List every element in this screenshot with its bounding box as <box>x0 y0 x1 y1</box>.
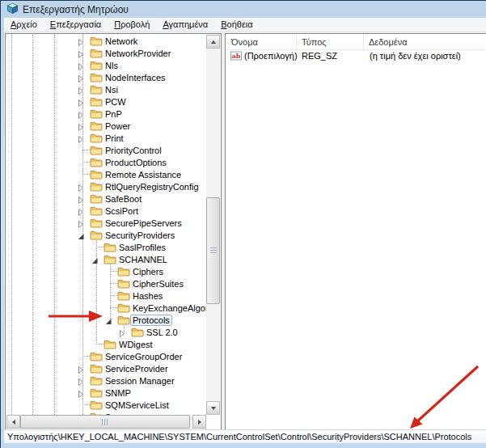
tree-item-NodeInterfaces[interactable]: NodeInterfaces <box>6 71 206 83</box>
registry-tree-pane: NetworkNetworkProviderNlsNodeInterfacesN… <box>5 33 222 430</box>
tree-item-label: NetworkProvider <box>103 48 173 59</box>
value-type: REG_SZ <box>302 49 337 62</box>
tree-item-ServiceProvider[interactable]: ServiceProvider <box>6 362 206 374</box>
tree-item-SNMP[interactable]: SNMP <box>6 387 206 399</box>
tree-item-ServiceGroupOrder[interactable]: ServiceGroupOrder <box>6 350 206 362</box>
tree-item-label: KeyExchangeAlgorithms <box>130 302 206 314</box>
title-bar[interactable]: Επεξεργαστής Μητρώου <box>1 1 486 18</box>
registry-values-pane: ΌνομαΤύποςΔεδομένα ab(Προεπιλογή)REG_SZ(… <box>225 33 486 430</box>
menu-item-Αρχείο[interactable]: Αρχείο <box>4 18 44 32</box>
tree-connector-stub <box>110 271 117 272</box>
tree-item-label: ServiceGroupOrder <box>103 351 184 362</box>
tree-item-Hashes[interactable]: Hashes <box>6 290 206 302</box>
tree-connector-stub <box>96 344 104 344</box>
tree-item-label: ProductOptions <box>103 157 169 168</box>
regedit-window: Επεξεργαστής Μητρώου ΑρχείοΕπεξεργασίαΠρ… <box>0 0 486 448</box>
tree-item-SecurePipeServers[interactable]: SecurePipeServers <box>6 217 206 229</box>
tree-item-label: ServiceProvider <box>103 363 171 374</box>
tree-item-label: NodeInterfaces <box>103 72 168 83</box>
menu-item-Βοήθεια[interactable]: Βοήθεια <box>214 18 259 32</box>
tree-item-Nsi[interactable]: Nsi <box>6 83 206 95</box>
scroll-right-button[interactable] <box>192 415 206 429</box>
tree-item-label: SQMServiceList <box>103 399 171 411</box>
tree-item-label: Network <box>103 36 140 47</box>
tree-item-label: Session Manager <box>103 375 177 387</box>
menu-item-Επεξεργασία[interactable]: Επεξεργασία <box>44 18 108 32</box>
window-title: Επεξεργαστής Μητρώου <box>23 4 129 15</box>
tree-item-label: ScsiPort <box>103 205 141 217</box>
tree-item-label: Hashes <box>130 290 165 302</box>
tree-item-SaslProfiles[interactable]: SaslProfiles <box>6 241 206 253</box>
tree-connector-stub <box>82 404 90 405</box>
tree-item-label: SSL 2.0 <box>144 327 180 338</box>
tree-item-label: WDigest <box>116 339 155 350</box>
tree-item-SQMServiceList[interactable]: SQMServiceList <box>6 399 206 411</box>
tree-item-Network[interactable]: Network <box>6 35 206 47</box>
column-header-Όνομα[interactable]: Όνομα <box>226 35 297 49</box>
main-area: NetworkNetworkProviderNlsNodeInterfacesN… <box>4 32 486 429</box>
tree-item-ScsiPort[interactable]: ScsiPort <box>6 205 206 217</box>
tree-item-RtlQueryRegistryConfig[interactable]: RtlQueryRegistryConfig <box>6 180 206 192</box>
tree-connector-stub <box>82 174 90 175</box>
reg-sz-icon: ab <box>230 51 242 64</box>
tree-connector-stub <box>82 162 90 163</box>
tree-item-SecurityProviders[interactable]: SecurityProviders <box>6 229 206 241</box>
registry-cube-icon <box>6 2 19 18</box>
expand-icon[interactable] <box>78 413 85 415</box>
tree-connector-stub <box>110 295 117 296</box>
tree-horizontal-scrollbar[interactable] <box>6 415 206 429</box>
tree-item-label: RtlQueryRegistryConfig <box>103 181 201 192</box>
tree-item-Power[interactable]: Power <box>6 120 206 132</box>
tree-item-CipherSuites[interactable]: CipherSuites <box>6 277 206 290</box>
tree-connector-stub <box>110 283 117 284</box>
tree-item-label: Srp <box>103 412 121 416</box>
menu-item-Αγαπημένα[interactable]: Αγαπημένα <box>156 18 214 32</box>
tree-item-SSL 2.0[interactable]: SSL 2.0 <box>6 326 206 338</box>
status-bar-path: Υπολογιστής\HKEY_LOCAL_MACHINE\SYSTEM\Cu… <box>7 432 471 442</box>
tree-item-NetworkProvider[interactable]: NetworkProvider <box>6 47 206 59</box>
tree-connector-stub <box>82 150 90 150</box>
tree-item-label: SafeBoot <box>103 193 144 205</box>
horizontal-scroll-thumb[interactable] <box>20 415 190 429</box>
tree-item-label: Protocols <box>130 315 172 326</box>
tree-item-PnP[interactable]: PnP <box>6 108 206 120</box>
value-name: (Προεπιλογή) <box>244 49 298 62</box>
tree-item-SafeBoot[interactable]: SafeBoot <box>6 192 206 205</box>
tree-item-ProductOptions[interactable]: ProductOptions <box>6 156 206 168</box>
tree-item-label: Power <box>103 120 133 132</box>
tree-vertical-scrollbar[interactable] <box>206 35 220 415</box>
scroll-left-button[interactable] <box>6 415 20 429</box>
tree-item-label: Nls <box>103 60 120 71</box>
tree-item-label: CipherSuites <box>130 278 186 290</box>
tree-item-Srp[interactable]: Srp <box>6 411 206 415</box>
tree-item-SCHANNEL[interactable]: SCHANNEL <box>6 253 206 265</box>
column-header-Δεδομένα[interactable]: Δεδομένα <box>364 35 485 49</box>
tree-item-label: SecurityProviders <box>103 230 177 241</box>
tree-item-Ciphers[interactable]: Ciphers <box>6 265 206 277</box>
tree-item-PriorityControl[interactable]: PriorityControl <box>6 144 206 156</box>
tree-item-label: Print <box>103 133 126 144</box>
tree-item-label: SaslProfiles <box>116 242 168 253</box>
column-header-Τύπος[interactable]: Τύπος <box>297 35 364 49</box>
vertical-scroll-thumb[interactable] <box>206 197 220 304</box>
tree-item-Protocols[interactable]: Protocols <box>6 314 206 326</box>
tree-item-label: SNMP <box>103 387 133 399</box>
tree-connector-stub <box>110 307 117 308</box>
scroll-up-button[interactable] <box>206 35 220 49</box>
tree-item-Session Manager[interactable]: Session Manager <box>6 374 206 387</box>
tree-item-Remote Assistance[interactable]: Remote Assistance <box>6 168 206 180</box>
menu-item-Προβολή[interactable]: Προβολή <box>108 18 156 32</box>
tree-item-Print[interactable]: Print <box>6 132 206 144</box>
tree-item-Nls[interactable]: Nls <box>6 59 206 71</box>
tree-item-label: PCW <box>103 96 129 108</box>
menu-bar: ΑρχείοΕπεξεργασίαΠροβολήΑγαπημέναΒοήθεια <box>4 18 486 32</box>
value-row[interactable]: ab(Προεπιλογή)REG_SZ(η τιμή δεν έχει ορι… <box>226 49 485 62</box>
list-rows: ab(Προεπιλογή)REG_SZ(η τιμή δεν έχει ορι… <box>226 49 485 429</box>
tree-item-WDigest[interactable]: WDigest <box>6 338 206 350</box>
value-data: (η τιμή δεν έχει οριστεί) <box>370 49 461 62</box>
scroll-down-button[interactable] <box>206 401 220 415</box>
tree-connector-stub <box>82 356 90 357</box>
tree-viewport[interactable]: NetworkNetworkProviderNlsNodeInterfacesN… <box>6 35 206 415</box>
tree-item-KeyExchangeAlgorithms[interactable]: KeyExchangeAlgorithms <box>6 302 206 314</box>
tree-item-PCW[interactable]: PCW <box>6 95 206 108</box>
